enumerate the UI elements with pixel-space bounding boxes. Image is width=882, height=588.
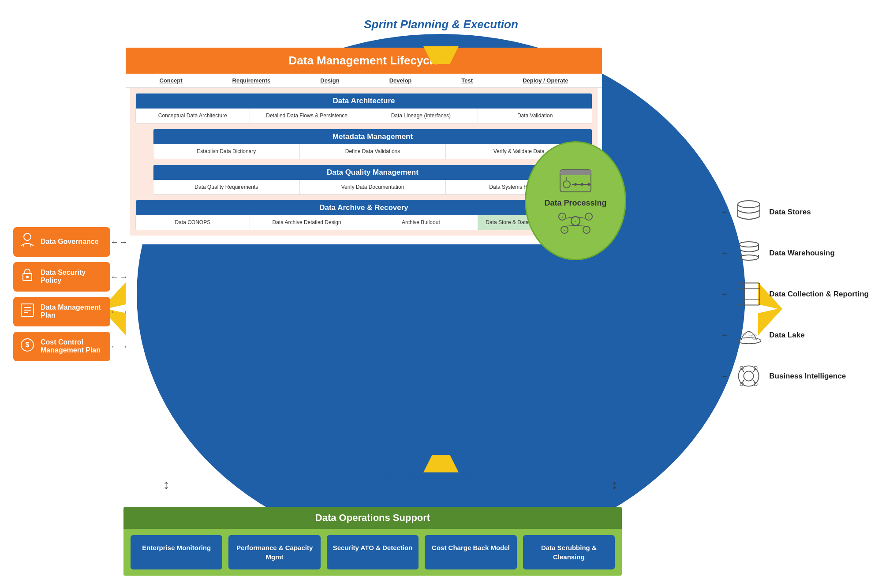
section-data-architecture: Data Architecture Conceptual Data Archit…	[135, 93, 592, 124]
left-panel-governance: Data Governance	[13, 227, 110, 257]
phase-deploy: Deploy / Operate	[523, 77, 568, 84]
left-panel-security: Data Security Policy	[13, 262, 110, 292]
svg-point-34	[738, 201, 760, 208]
data-collection-icon	[734, 280, 763, 308]
vertical-arrow-right: ↕	[611, 478, 617, 492]
svg-point-44	[749, 332, 753, 336]
svg-line-23	[564, 225, 576, 226]
svg-point-3	[26, 276, 29, 278]
management-arrow: ←→	[110, 307, 132, 317]
yellow-arrow-bottom-icon	[423, 455, 459, 472]
svg-marker-52	[423, 455, 459, 472]
phase-design: Design	[320, 77, 339, 84]
svg-line-24	[576, 225, 587, 226]
sprint-planning-banner: Sprint Planning & Execution	[364, 18, 518, 31]
svg-text:+: +	[564, 228, 566, 232]
svg-point-46	[738, 366, 759, 386]
right-panel-collection: ← Data Collection & Reporting	[721, 280, 869, 308]
svg-point-36	[739, 255, 759, 260]
svg-point-16	[581, 183, 583, 186]
data-processing-icon	[558, 168, 593, 194]
data-warehousing-icon	[734, 239, 763, 267]
svg-point-42	[736, 338, 761, 344]
archive-cell-0: Data CONOPS	[136, 215, 250, 230]
quality-cell-0: Data Quality Requirements	[153, 180, 300, 195]
data-architecture-header: Data Architecture	[136, 94, 592, 109]
cost-arrow: ←→	[110, 341, 132, 352]
data-lake-label: Data Lake	[769, 330, 804, 340]
operations-header: Data Operations Support	[123, 507, 622, 529]
data-archive-header: Data Archive & Recovery	[136, 200, 592, 215]
svg-line-26	[576, 217, 585, 218]
svg-point-1	[24, 233, 31, 240]
security-label: Data Security Policy	[41, 269, 104, 285]
section-data-archive: Data Archive & Recovery Data CONOPS Data…	[135, 200, 592, 230]
bottom-section: Data Operations Support Enterprise Monit…	[123, 507, 622, 576]
governance-arrow: ←→	[110, 237, 132, 247]
quality-cell-1: Verify Data Documentation	[300, 180, 446, 195]
phase-test: Test	[461, 77, 473, 84]
right-panel-bi: ← Business Intelligence	[721, 362, 846, 390]
svg-point-12	[563, 181, 570, 188]
data-quality-header: Data Quality Management	[153, 165, 592, 180]
lifecycle-header: Data Management Lifecycle	[126, 48, 602, 74]
business-intelligence-label: Business Intelligence	[769, 371, 846, 381]
svg-rect-11	[560, 170, 591, 175]
svg-point-35	[739, 242, 759, 247]
left-panel-cost: $ Cost Control Management Plan	[13, 332, 110, 361]
svg-point-47	[744, 371, 753, 381]
phase-develop: Develop	[389, 77, 412, 84]
data-processing-ellipse: Data Processing + + + + +	[525, 141, 626, 260]
data-warehousing-label: Data Warehousing	[769, 248, 835, 258]
svg-point-15	[574, 183, 577, 186]
yellow-arrow-bottom-wrapper	[423, 455, 459, 474]
svg-line-25	[566, 217, 576, 218]
svg-text:+: +	[561, 215, 564, 219]
svg-text:$: $	[26, 341, 30, 348]
section-metadata: Metadata Management Establish Data Dicti…	[153, 129, 592, 159]
svg-text:+: +	[575, 220, 577, 224]
meta-cell-0: Establish Data Dictionary	[153, 144, 300, 159]
tile-data-scrubbing: Data Scrubbing & Cleansing	[523, 535, 615, 569]
svg-marker-0	[423, 46, 459, 64]
data-stores-label: Data Stores	[769, 207, 811, 217]
data-processing-diagram: + + + + +	[553, 208, 598, 234]
lifecycle-phases-row: Concept Requirements Design Develop Test…	[126, 74, 602, 88]
arch-cell-1: Detailed Data Flows & Persistence	[250, 109, 364, 123]
arch-cell-2: Data Lineage (Interfaces)	[364, 109, 478, 123]
governance-icon	[19, 232, 35, 251]
tile-cost-charge: Cost Charge Back Model	[425, 535, 516, 569]
data-lake-icon	[734, 321, 763, 349]
backlog-banner: Manage Product Backlog	[383, 473, 499, 484]
meta-cell-1: Define Data Validations	[300, 144, 446, 159]
left-panel-cost-wrapper: $ Cost Control Management Plan ←→	[13, 332, 132, 361]
left-panel-management-wrapper: Data Management Plan ←→	[13, 297, 132, 326]
left-panel-management: Data Management Plan	[13, 297, 110, 326]
cost-icon: $	[19, 337, 35, 356]
data-archive-body: Data CONOPS Data Archive Detailed Design…	[136, 215, 592, 230]
svg-text:+: +	[588, 215, 590, 219]
tile-enterprise-monitoring: Enterprise Monitoring	[131, 535, 222, 569]
data-stores-icon	[734, 198, 763, 226]
svg-text:+: +	[586, 228, 588, 232]
right-panel-lake: ← Data Lake	[721, 321, 804, 349]
right-panel-data-stores: ← Data Stores	[721, 198, 811, 226]
management-icon	[19, 302, 35, 321]
operations-body: Enterprise Monitoring Performance & Capa…	[123, 529, 622, 576]
arch-cell-0: Conceptual Data Architecture	[136, 109, 250, 123]
svg-point-17	[587, 183, 590, 186]
vertical-arrow-left: ↕	[163, 478, 169, 492]
archive-cell-1: Data Archive Detailed Design	[250, 215, 364, 230]
business-intelligence-icon	[734, 362, 763, 390]
phase-concept: Concept	[160, 77, 183, 84]
data-processing-label: Data Processing	[544, 198, 606, 208]
phase-requirements: Requirements	[232, 77, 271, 84]
left-panels: Data Governance ←→ Data Security Policy …	[13, 227, 132, 361]
right-panels: ← Data Stores ← Dat	[721, 198, 869, 390]
governance-label: Data Governance	[41, 238, 99, 246]
main-container: Sprint Planning & Execution Data Governa…	[0, 0, 882, 588]
security-arrow: ←→	[110, 272, 132, 282]
archive-cell-2: Archive Buildout	[364, 215, 478, 230]
left-panel-governance-wrapper: Data Governance ←→	[13, 227, 132, 257]
right-panel-warehousing: ← Data Warehousing	[721, 239, 835, 267]
